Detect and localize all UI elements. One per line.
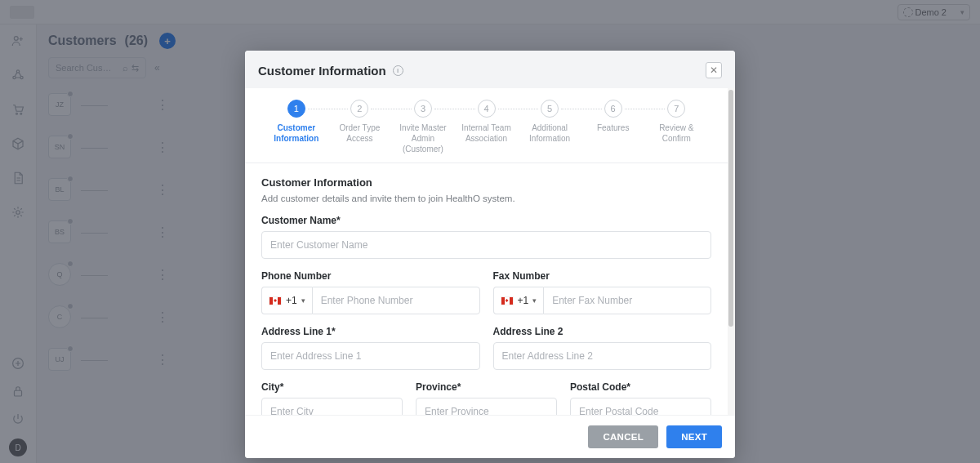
scrollbar[interactable] [728, 88, 735, 415]
chevron-down-icon: ▾ [301, 296, 305, 305]
addr2-input[interactable] [493, 342, 712, 370]
modal-overlay: Customer Information i ✕ 1Customer Infor… [0, 0, 980, 463]
step-order-type[interactable]: 2Order Type Access [328, 100, 392, 154]
postal-input[interactable] [570, 398, 711, 415]
step-team-assoc[interactable]: 4Internal Team Association [455, 100, 519, 154]
postal-label: Postal Code* [570, 381, 711, 393]
city-input[interactable] [261, 398, 403, 415]
province-input[interactable] [416, 398, 557, 415]
step-features[interactable]: 6Features [581, 100, 645, 154]
phone-input[interactable] [312, 287, 480, 314]
modal-title: Customer Information [258, 64, 386, 78]
customer-info-modal: Customer Information i ✕ 1Customer Infor… [245, 51, 735, 458]
stepper: 1Customer Information 2Order Type Access… [245, 88, 728, 163]
phone-country-select[interactable]: +1 ▾ [261, 287, 312, 314]
province-label: Province* [416, 381, 557, 393]
fax-label: Fax Number [493, 270, 712, 282]
info-icon[interactable]: i [393, 65, 403, 76]
phone-label: Phone Number [261, 270, 480, 282]
close-button[interactable]: ✕ [706, 62, 722, 78]
scrollbar-thumb[interactable] [728, 90, 733, 327]
addr2-label: Address Line 2 [493, 326, 712, 337]
fax-country-code: +1 [518, 295, 529, 306]
fax-country-select[interactable]: +1 ▾ [493, 287, 544, 314]
step-invite-admin[interactable]: 3Invite Master Admin (Customer) [391, 100, 455, 154]
section-title: Customer Information [261, 176, 711, 189]
step-review[interactable]: 7Review & Confirm [644, 100, 708, 154]
cancel-button[interactable]: CANCEL [588, 425, 658, 448]
fax-input[interactable] [543, 287, 711, 314]
addr1-label: Address Line 1* [261, 326, 480, 337]
chevron-down-icon: ▾ [532, 296, 537, 305]
addr1-input[interactable] [261, 342, 480, 370]
phone-country-code: +1 [286, 295, 297, 306]
step-customer-info[interactable]: 1Customer Information [265, 100, 328, 154]
city-label: City* [261, 381, 403, 393]
section-subtitle: Add customer details and invite them to … [261, 194, 711, 203]
customer-name-input[interactable] [261, 231, 711, 259]
customer-name-label: Customer Name* [261, 215, 711, 226]
flag-canada-icon [269, 296, 282, 305]
next-button[interactable]: NEXT [666, 425, 722, 448]
flag-canada-icon [501, 296, 514, 305]
step-additional-info[interactable]: 5Additional Information [518, 100, 581, 154]
